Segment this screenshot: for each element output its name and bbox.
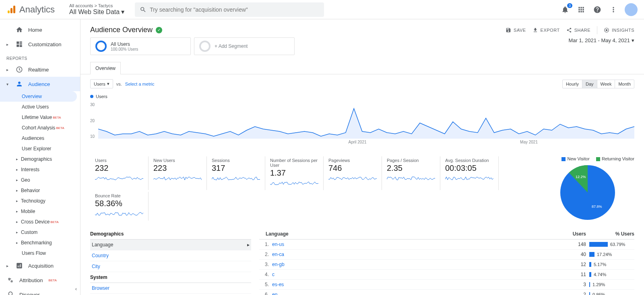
- segment-all-users[interactable]: All Users100.00% Users: [90, 37, 191, 55]
- lang-link[interactable]: c: [269, 272, 562, 277]
- nav-mobile[interactable]: ▸Mobile: [0, 206, 80, 217]
- dim-country[interactable]: Country: [90, 250, 251, 261]
- nav-user-explorer[interactable]: User Explorer: [0, 143, 80, 154]
- apps-icon[interactable]: [576, 5, 586, 14]
- metric-card[interactable]: Bounce Rate58.36%: [90, 192, 149, 221]
- verified-icon: ✓: [156, 27, 162, 33]
- lang-link[interactable]: en-ca: [269, 252, 562, 257]
- insights-button[interactable]: INSIGHTS: [604, 27, 634, 33]
- account-selector[interactable]: All accounts > Tactycs All Web Site Data…: [69, 3, 124, 16]
- share-button[interactable]: SHARE: [566, 27, 590, 33]
- user-count: 2: [562, 292, 586, 295]
- line-chart[interactable]: 302010 April 2021May 2021: [90, 102, 634, 147]
- select-metric-link[interactable]: Select a metric: [125, 82, 155, 86]
- svg-rect-0: [8, 10, 10, 13]
- language-table: Language Users % Users 1.en-us14863.79%2…: [259, 229, 634, 295]
- table-row: 5.es-es31.29%: [259, 280, 634, 290]
- metric-card[interactable]: Sessions317: [207, 156, 265, 190]
- nav-cohort[interactable]: Cohort AnalysisBETA: [0, 123, 80, 133]
- svg-point-5: [606, 29, 607, 31]
- metric-card[interactable]: New Users223: [149, 156, 207, 190]
- more-icon[interactable]: [609, 5, 618, 14]
- y-axis: 302010: [90, 102, 95, 139]
- nav-acquisition[interactable]: ▸Acquisition: [0, 258, 80, 273]
- nav-audiences[interactable]: Audiences: [0, 133, 80, 143]
- pie-legend: New Visitor Returning Visitor: [541, 156, 634, 161]
- logo[interactable]: Analytics: [6, 4, 55, 15]
- metric-value: 00:03:05: [445, 164, 493, 173]
- svg-rect-1: [10, 8, 12, 13]
- nav-customization[interactable]: ▸Customization: [0, 37, 80, 51]
- nav-lifetime-value[interactable]: Lifetime ValueBETA: [0, 112, 80, 123]
- metric-card[interactable]: Number of Sessions per User1.37: [265, 156, 324, 190]
- pie-chart[interactable]: 12.2% 87.8%: [559, 164, 616, 221]
- metric-value: 232: [95, 164, 143, 173]
- lang-table-header: Language Users % Users: [259, 229, 634, 240]
- legend-users: Users: [96, 94, 107, 99]
- brand-text: Analytics: [19, 4, 55, 15]
- metric-select[interactable]: Users ▾: [90, 79, 113, 88]
- dim-browser[interactable]: Browser: [90, 283, 251, 294]
- metric-card[interactable]: Avg. Session Duration00:03:05: [440, 156, 499, 190]
- user-count: 3: [562, 282, 586, 287]
- row-index: 4.: [259, 272, 269, 277]
- account-dropdown[interactable]: All Web Site Data ▾: [69, 8, 124, 16]
- nav-overview[interactable]: Overview: [0, 91, 77, 102]
- notifications-icon[interactable]: 3: [560, 5, 570, 14]
- app-header: Analytics All accounts > Tactycs All Web…: [0, 0, 644, 19]
- nav-benchmarking[interactable]: ▸Benchmarking: [0, 238, 80, 248]
- pill-week[interactable]: Week: [597, 80, 615, 88]
- vs-label: vs.: [116, 82, 122, 86]
- collapse-sidebar-icon[interactable]: ‹: [75, 286, 77, 292]
- nav-users-flow[interactable]: Users Flow: [0, 248, 80, 258]
- nav-home[interactable]: Home: [0, 23, 80, 37]
- avatar[interactable]: [625, 3, 638, 16]
- analytics-logo-icon: [6, 5, 16, 14]
- metric-card[interactable]: Users232: [90, 156, 149, 190]
- tab-overview[interactable]: Overview: [90, 62, 121, 74]
- metric-value: 317: [212, 164, 260, 173]
- nav-technology[interactable]: ▸Technology: [0, 196, 80, 206]
- chevron-down-icon: ▾: [121, 8, 124, 16]
- help-icon[interactable]: [592, 5, 602, 14]
- lang-link[interactable]: en-us: [269, 242, 562, 247]
- nav-demographics[interactable]: ▸Demographics: [0, 154, 80, 164]
- export-icon: [533, 27, 538, 33]
- search-bar[interactable]: [135, 2, 324, 17]
- table-row: 6.en20.86%: [259, 290, 634, 295]
- pill-hourly[interactable]: Hourly: [563, 80, 582, 88]
- search-input[interactable]: [150, 6, 319, 13]
- pct-bar: [589, 252, 594, 257]
- nav-custom[interactable]: ▸Custom: [0, 227, 80, 238]
- notification-badge: 3: [567, 3, 572, 8]
- table-row: 1.en-us14863.79%: [259, 240, 634, 250]
- demographics-header: Demographics: [90, 229, 251, 240]
- metric-card[interactable]: Pageviews746: [324, 156, 382, 190]
- nav-interests[interactable]: ▸Interests: [0, 164, 80, 175]
- add-segment-button[interactable]: + Add Segment: [194, 37, 295, 55]
- lang-link[interactable]: es-es: [269, 282, 562, 287]
- metric-card[interactable]: Pages / Session2.35: [382, 156, 440, 190]
- dim-language[interactable]: Language▸: [90, 240, 251, 250]
- bulb-icon: [6, 291, 14, 295]
- date-range-picker[interactable]: Mar 1, 2021 - May 4, 2021 ▾: [569, 37, 634, 43]
- nav-behavior[interactable]: ▸Behavior: [0, 185, 80, 196]
- chevron-right-icon: ▸: [247, 242, 250, 248]
- nav-realtime[interactable]: ▸Realtime: [0, 62, 80, 77]
- lang-link[interactable]: en: [269, 292, 562, 295]
- save-button[interactable]: SAVE: [506, 27, 526, 33]
- row-index: 5.: [259, 282, 269, 287]
- export-button[interactable]: EXPORT: [533, 27, 560, 33]
- nav-discover[interactable]: Discover: [0, 287, 80, 295]
- nav-active-users[interactable]: Active Users: [0, 102, 80, 112]
- nav-cross-device[interactable]: ▸Cross Device BETA: [0, 217, 80, 227]
- lang-link[interactable]: en-gb: [269, 262, 562, 267]
- nav-attribution[interactable]: Attribution BETA: [0, 273, 80, 287]
- nav-audience[interactable]: ▾Audience: [0, 77, 80, 91]
- table-row: 4.c114.74%: [259, 270, 634, 280]
- pill-day[interactable]: Day: [582, 80, 597, 88]
- nav-geo[interactable]: ▸Geo: [0, 175, 80, 185]
- pill-month[interactable]: Month: [615, 80, 634, 88]
- dim-city[interactable]: City: [90, 261, 251, 272]
- user-count: 12: [562, 262, 586, 267]
